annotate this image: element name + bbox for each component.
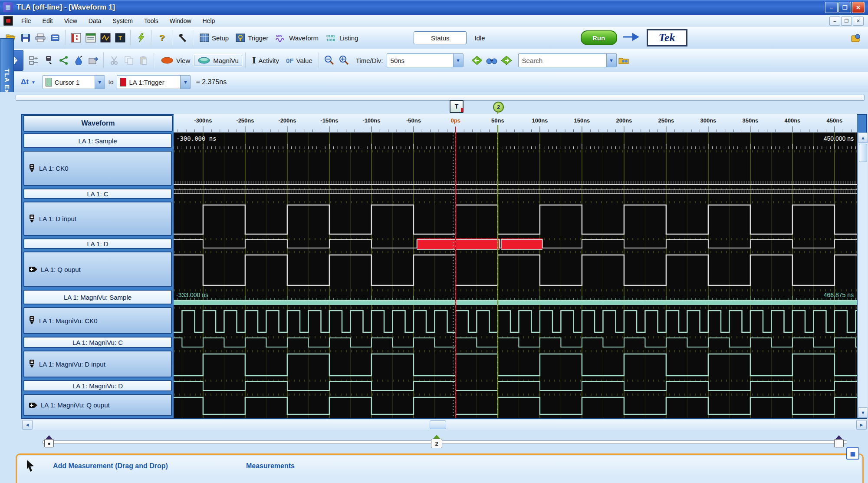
search-combobox[interactable]: Search ▼ — [518, 53, 617, 67]
waveform-icon: MW — [275, 33, 286, 42]
menu-item-window[interactable]: Window — [164, 16, 197, 26]
waveform-label-row[interactable]: LA 1: D input — [23, 202, 172, 236]
scroll-down-icon[interactable]: ▼ — [858, 407, 868, 418]
waveform-panel-header[interactable]: Waveform — [23, 115, 173, 132]
ruler-tick-label: -50ns — [406, 117, 421, 124]
add-waveform-icon[interactable] — [28, 55, 40, 66]
delta-time-value: = 2.375ns — [196, 78, 227, 86]
waveform-label-row[interactable]: LA 1: Sample — [23, 133, 172, 148]
cursor-from-combobox[interactable]: Cursor 1 ▼ — [43, 75, 105, 89]
waveform-label-row[interactable]: LA 1: MagniVu: Sample — [23, 290, 172, 304]
copy-icon[interactable] — [123, 55, 135, 66]
measurement-window-icon[interactable]: ▦ — [846, 447, 859, 460]
value-button[interactable]: 0F Value — [283, 55, 316, 66]
scroll-right-icon[interactable]: ► — [856, 420, 867, 430]
chevron-down-icon[interactable]: ▼ — [453, 54, 463, 67]
mdi-restore-button[interactable]: ❐ — [841, 17, 852, 26]
waveform-label-row[interactable]: LA 1: C — [23, 189, 172, 199]
close-button[interactable]: ✕ — [852, 2, 865, 13]
chevron-down-icon[interactable]: ▼ — [180, 76, 190, 89]
listing-button[interactable]: 01011010 Listing — [322, 32, 362, 44]
export-view-icon[interactable] — [87, 55, 99, 66]
menu-item-file[interactable]: File — [16, 16, 37, 26]
search-scope-icon[interactable] — [618, 55, 630, 66]
status-button[interactable]: Status — [414, 31, 467, 44]
waveform-label-row[interactable]: LA 1: MagniVu: C — [23, 337, 172, 348]
cursor2-bottom-marker[interactable]: 2 — [431, 435, 443, 449]
waveform-button[interactable]: MW Waveform — [272, 32, 322, 44]
hscroll-thumb[interactable] — [430, 420, 446, 429]
waveform-window-icon[interactable]: T — [114, 32, 126, 43]
svg-text:450.000 ns: 450.000 ns — [824, 135, 854, 142]
tools-hammer-icon[interactable] — [177, 32, 189, 43]
add-measurement-label[interactable]: Add Measurement (Drag and Drop) — [53, 462, 168, 470]
view-toggle-button[interactable]: View — [157, 55, 194, 66]
probe-setup-icon[interactable] — [43, 55, 55, 66]
cursor-to-combobox[interactable]: LA 1:Trigger ▼ — [117, 75, 191, 89]
waveform-label-row[interactable]: LA 1: MagniVu: D — [23, 380, 172, 391]
trigger-window-icon[interactable] — [99, 32, 112, 43]
mdi-close-button[interactable]: ✕ — [853, 17, 864, 26]
chevron-down-icon[interactable]: ▼ — [606, 54, 616, 67]
minimize-button[interactable]: – — [825, 2, 838, 13]
save-icon[interactable] — [20, 32, 32, 43]
horizontal-scrollbar[interactable]: ◄ ► — [22, 420, 867, 430]
help-icon[interactable]: ? — [156, 32, 168, 43]
quickstart-icon[interactable] — [135, 32, 147, 43]
activity-button[interactable]: I Activity — [249, 53, 283, 68]
measurement-panel: Add Measurement (Drag and Drop) Measurem… — [16, 453, 864, 483]
drop-marker-icon[interactable] — [72, 55, 85, 66]
menu-item-view[interactable]: View — [59, 16, 83, 26]
search-prev-icon[interactable] — [471, 55, 483, 66]
vscroll-thumb[interactable] — [859, 144, 867, 162]
system-window-icon[interactable] — [70, 32, 82, 43]
ruler-tick-label: 150ns — [574, 117, 590, 124]
scroll-up-icon[interactable]: ▲ — [858, 132, 868, 143]
chevron-down-icon[interactable]: ▼ — [95, 76, 105, 89]
mdi-minimize-button[interactable]: – — [829, 17, 840, 26]
menu-item-system[interactable]: System — [107, 16, 138, 26]
menu-item-edit[interactable]: Edit — [37, 16, 59, 26]
cursor2-marker[interactable]: 2 — [493, 102, 504, 112]
share-data-icon[interactable] — [58, 55, 70, 66]
waveform-label-row[interactable]: LA 1: CK0 — [23, 151, 172, 186]
magnivu-toggle-button[interactable]: MagniVu — [194, 54, 243, 66]
waveform-canvas[interactable]: -300.000 ns450.000 ns-333.000 ns466.875 … — [174, 132, 857, 418]
time-ruler[interactable]: -300ns-250ns-200ns-150ns-100ns-50ns0ps50… — [174, 114, 857, 133]
probe-icon — [29, 316, 36, 325]
run-arrow-icon — [622, 33, 641, 43]
paste-icon[interactable] — [138, 55, 150, 66]
ibeam-icon: I — [252, 55, 256, 66]
print-icon[interactable] — [34, 32, 46, 43]
search-next-icon[interactable] — [500, 55, 513, 66]
range-lock-right[interactable] — [833, 435, 845, 448]
zoom-in-icon[interactable] — [338, 55, 350, 66]
maximize-button[interactable]: ❐ — [838, 2, 851, 13]
cut-icon[interactable] — [108, 55, 120, 66]
marker-track-line[interactable] — [43, 440, 847, 444]
scroll-left-icon[interactable]: ◄ — [22, 420, 33, 430]
delta-time-button[interactable]: Δt ▼ — [17, 76, 39, 88]
menu-item-tools[interactable]: Tools — [138, 16, 164, 26]
title-bar[interactable]: ▦ TLA [off-line] - [Waveform 1] – ❐ ✕ — [0, 0, 868, 15]
setup-button[interactable]: Setup — [196, 32, 232, 44]
waveform-label-row[interactable]: LA 1: MagniVu: D input — [23, 351, 172, 377]
waveform-label-row[interactable]: LA 1: MagniVu: Q ouput — [23, 394, 172, 416]
range-lock-left[interactable]: ● — [43, 435, 55, 448]
timebase-overview-strip[interactable] — [16, 95, 865, 101]
run-button[interactable]: Run — [581, 30, 617, 45]
waveform-label-row[interactable]: LA 1: Q ouput — [23, 251, 172, 287]
vertical-scrollbar[interactable]: ▲ ▼ — [858, 132, 868, 418]
ruler-tick-label: 250ns — [658, 117, 674, 124]
menu-item-data[interactable]: Data — [83, 16, 107, 26]
setup-window-icon[interactable] — [85, 32, 97, 43]
menu-item-help[interactable]: Help — [197, 16, 221, 26]
waveform-label-row[interactable]: LA 1: MagniVu: CK0 — [23, 307, 172, 334]
waveform-label-row[interactable]: LA 1: D — [23, 238, 172, 249]
notes-icon[interactable] — [850, 32, 862, 43]
binoculars-icon[interactable] — [486, 55, 498, 66]
export-icon[interactable] — [49, 32, 61, 43]
trigger-button[interactable]: Trigger — [232, 32, 272, 44]
timediv-combobox[interactable]: 50ns ▼ — [387, 53, 464, 67]
zoom-out-icon[interactable] — [323, 55, 335, 66]
